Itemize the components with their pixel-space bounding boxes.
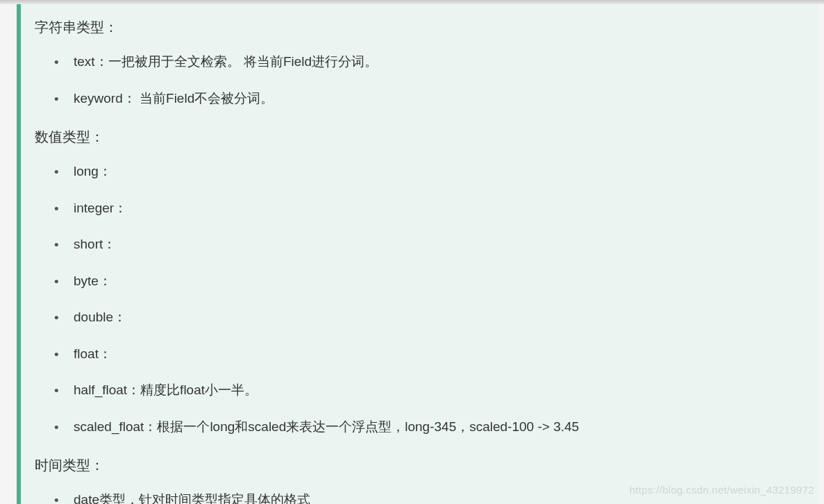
list-item: long：	[54, 162, 818, 182]
list-item: byte：	[54, 271, 818, 292]
list-item: text：一把被用于全文检索。 将当前Field进行分词。	[54, 52, 818, 72]
watermark-text: https://blog.csdn.net/weixin_43219972	[630, 484, 814, 496]
list-item: float：	[54, 344, 818, 364]
section-heading-string: 字符串类型：	[35, 18, 818, 37]
list-item: short：	[54, 235, 818, 255]
numeric-type-list: long： integer： short： byte： double： floa…	[54, 162, 818, 437]
list-item: half_float：精度比float小一半。	[54, 380, 818, 401]
document-content: 字符串类型： text：一把被用于全文检索。 将当前Field进行分词。 key…	[17, 4, 818, 504]
string-type-list: text：一把被用于全文检索。 将当前Field进行分词。 keyword： 当…	[54, 52, 818, 108]
list-item: integer：	[54, 199, 818, 219]
section-heading-date: 时间类型：	[35, 456, 818, 475]
list-item: scaled_float：根据一个long和scaled来表达一个浮点型，lon…	[54, 417, 818, 437]
list-item: double：	[54, 308, 818, 328]
list-item: keyword： 当前Field不会被分词。	[54, 89, 818, 109]
section-heading-numeric: 数值类型：	[35, 128, 818, 146]
text-cursor-icon: I	[224, 490, 227, 501]
